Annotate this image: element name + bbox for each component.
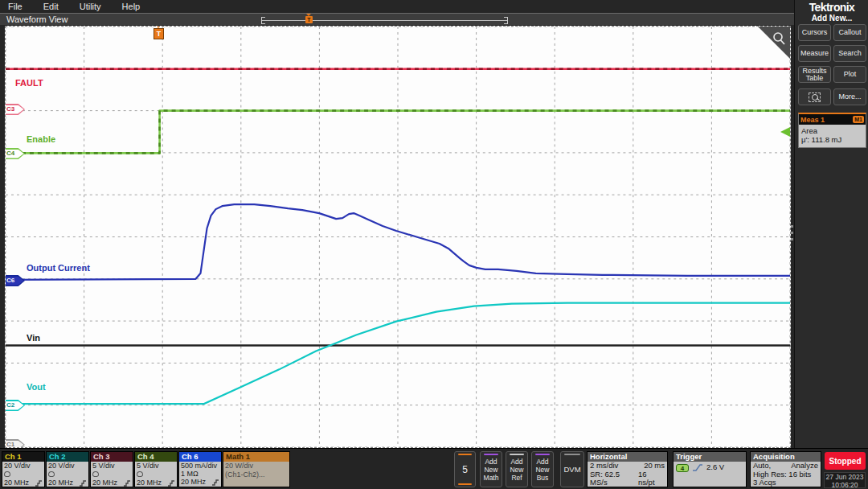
channel-badge-ch3[interactable]: Ch 3 5 V/div 20 MHz [90, 451, 133, 487]
callout-button[interactable]: Callout [833, 24, 866, 41]
orange-accent [458, 483, 472, 485]
ch4-name: Ch 4 [135, 452, 177, 462]
add-new-ref-label: Add New Ref [506, 458, 527, 482]
add-new-bus-button[interactable]: Add New Bus [531, 451, 554, 487]
horizontal-panel[interactable]: Horizontal 2 ms/div 20 ms SR: 62.5 MS/s … [587, 451, 668, 487]
trigger-level-arrow[interactable] [780, 127, 790, 137]
menu-help[interactable]: Help [122, 2, 141, 11]
splitter-dot [791, 238, 793, 240]
ch6-scale: 500 mA/div [181, 462, 219, 470]
measure-button[interactable]: Measure [798, 45, 831, 62]
channel-marker-c3[interactable]: C3 [5, 104, 25, 115]
waveform-canvas [6, 27, 790, 447]
ch1-scale: 20 V/div [4, 462, 43, 471]
probe-icon [92, 471, 99, 477]
plot-button[interactable]: Plot [833, 66, 866, 83]
horizontal-resolution: 16 ns/pt [638, 471, 665, 487]
ch6-impedance: 1 MΩ [181, 470, 219, 478]
zoom-overview-bar[interactable]: T [261, 16, 508, 24]
horizontal-sample-rate: SR: 62.5 MS/s [590, 471, 638, 487]
channel-badge-ch6[interactable]: Ch 6 500 mA/div 1 MΩ 20 MHz [178, 451, 222, 487]
math-badge-math1[interactable]: Math 1 20 W/div (Ch1-Ch2)... [223, 451, 290, 487]
meas1-body: Area μ': 111.8 mJ [799, 125, 866, 147]
more-button[interactable]: More... [833, 88, 866, 105]
overview-left-bracket[interactable] [261, 17, 265, 24]
tektronix-logo: Tektronix [795, 1, 868, 14]
channel-badge-ch1[interactable]: Ch 1 20 V/div 20 MHz [2, 451, 45, 487]
math1-name: Math 1 [223, 452, 289, 462]
menu-file[interactable]: File [8, 2, 23, 11]
marker-label: C2 [6, 400, 14, 411]
acquisition-mode: Auto, [753, 462, 771, 471]
datetime-display: 27 Jun 2023 10:06:20 [824, 472, 866, 488]
trigger-position-marker[interactable]: T [154, 28, 164, 39]
waveform-graticule[interactable]: FAULT Enable Output Current Vin Vout C3 … [5, 26, 791, 448]
ch4-scale: 5 V/div [137, 462, 175, 471]
channel-marker-c6[interactable]: C6 [5, 275, 25, 286]
ch3-scale: 5 V/div [92, 462, 131, 471]
marker-label: C4 [6, 148, 14, 159]
channel-badge-ch2[interactable]: Ch 2 20 V/div 20 MHz [46, 451, 89, 487]
rising-edge-icon [692, 463, 703, 472]
zoom-select-button[interactable] [798, 88, 831, 105]
orange-accent [458, 454, 472, 455]
tab-waveform-view[interactable]: Waveform View [6, 14, 68, 24]
trigger-panel[interactable]: Trigger 4 2.6 V [673, 451, 747, 487]
channel-badge-ch4[interactable]: Ch 4 5 V/div 20 MHz [134, 451, 178, 487]
bandwidth-icon [167, 479, 175, 487]
probe-icon [4, 471, 10, 477]
bus-accent [535, 454, 550, 455]
ch1-bandwidth: 20 MHz [4, 479, 29, 487]
dvm-button[interactable]: DVM [560, 451, 584, 487]
menu-utility[interactable]: Utility [80, 2, 101, 11]
ch6-name: Ch 6 [179, 452, 221, 462]
channel-marker-c4[interactable]: C4 [5, 148, 25, 159]
overview-right-bracket[interactable] [504, 17, 508, 24]
oscilloscope-app: File Edit Utility Help Waveform View T F… [0, 0, 868, 489]
bottom-settings-bar: Ch 1 20 V/div 20 MHz Ch 2 20 V/div 20 MH… [0, 448, 868, 489]
bandwidth-icon [35, 479, 43, 487]
label-vin: Vin [27, 333, 40, 343]
horizontal-window: 20 ms [644, 462, 665, 471]
horizontal-scale: 2 ms/div [590, 462, 618, 471]
zoom-select-icon [809, 92, 821, 102]
ch2-bandwidth: 20 MHz [48, 479, 73, 487]
ch6-bandwidth: 20 MHz [181, 478, 206, 486]
right-sidebar: Tektronix Add New... Cursors Callout Mea… [794, 0, 868, 448]
channel-marker-c2[interactable]: C2 [5, 400, 25, 411]
measurement-badge-meas1[interactable]: Meas 1 M1 Area μ': 111.8 mJ [798, 113, 866, 148]
overview-line [261, 20, 508, 21]
acquisition-count: 3 Acqs [753, 479, 818, 487]
add-new-heading: Add New... [795, 14, 868, 23]
probe-icon [137, 471, 143, 477]
add-new-ref-button[interactable]: Add New Ref [506, 451, 528, 487]
run-stop-button[interactable]: Stopped [825, 452, 866, 470]
label-fault: FAULT [15, 78, 43, 88]
cursors-button[interactable]: Cursors [798, 24, 831, 41]
draw-zoom-box-icon[interactable] [756, 27, 790, 60]
add-new-math-button[interactable]: Add New Math [480, 451, 502, 487]
overview-trigger-icon[interactable]: T [305, 16, 313, 23]
dvm-accent [564, 454, 580, 455]
results-table-button[interactable]: Results Table [798, 66, 831, 83]
acquisition-analyze: Analyze [791, 462, 818, 471]
ch4-bandwidth: 20 MHz [137, 479, 162, 487]
search-button[interactable]: Search [833, 45, 866, 62]
count-5-button[interactable]: 5 [454, 451, 476, 487]
ref-accent [510, 454, 524, 455]
math1-source: (Ch1-Ch2)... [225, 471, 288, 479]
marker-label: C3 [6, 104, 14, 115]
acquisition-panel[interactable]: Acquisition Auto, Analyze High Res: 16 b… [750, 451, 821, 487]
ch1-name: Ch 1 [2, 452, 44, 462]
dvm-label: DVM [563, 465, 580, 474]
math-accent [484, 454, 498, 455]
panel-splitter-handle[interactable] [791, 225, 794, 248]
channel-marker-c1[interactable]: C1 [5, 439, 25, 448]
trigger-level: 2.6 V [706, 463, 724, 472]
marker-label: C1 [6, 439, 14, 448]
menu-edit[interactable]: Edit [43, 2, 59, 11]
probe-icon [48, 471, 55, 477]
ch3-name: Ch 3 [91, 452, 133, 462]
date: 27 Jun 2023 [825, 473, 865, 481]
meas1-value: μ': 111.8 mJ [801, 135, 863, 144]
